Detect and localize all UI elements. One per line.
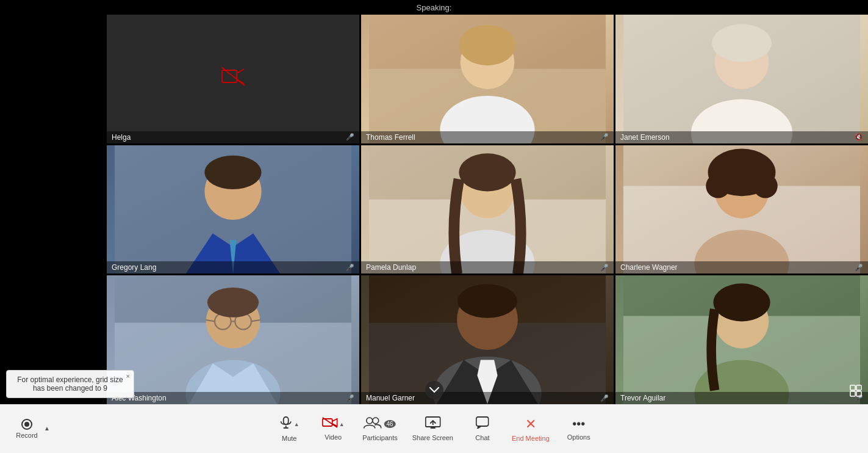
video-cell-charlene: Charlene Wagner 🎤	[615, 145, 868, 274]
svg-rect-64	[476, 417, 489, 426]
video-grid: Helga 🎤	[107, 15, 868, 404]
participant-label-charlene: Charlene Wagner 🎤	[615, 261, 868, 274]
participant-video-thomas	[361, 15, 614, 143]
video-cell-alec: Alec Washington 🎤	[107, 275, 359, 404]
camera-off-icon	[221, 67, 245, 91]
record-caret[interactable]: ▲	[44, 425, 50, 433]
svg-point-28	[753, 173, 778, 198]
share-screen-label: Share Screen	[412, 434, 453, 441]
record-dot	[24, 422, 29, 427]
notification-close-btn[interactable]: ×	[126, 372, 130, 380]
mute-caret[interactable]: ▲	[294, 421, 299, 427]
participant-video-pamela	[361, 145, 614, 274]
chat-icon	[476, 416, 489, 432]
video-cell-trevor: Trevor Aguilar 🎤	[615, 275, 868, 404]
scroll-down-button[interactable]	[425, 381, 443, 399]
video-cell-janet: Janet Emerson 🔇	[615, 15, 868, 143]
mic-icon-pamela: 🎤	[600, 264, 609, 272]
mic-icon-helga: 🎤	[346, 133, 354, 141]
options-label: Options	[567, 433, 590, 441]
mic-icon-gregory: 🎤	[346, 264, 354, 272]
participant-label-pamela: Pamela Dunlap 🎤	[361, 261, 614, 274]
svg-line-1	[238, 69, 244, 73]
share-screen-icon-area	[425, 416, 440, 432]
video-cell-gregory: Gregory Lang 🎤	[107, 145, 359, 274]
participant-name-thomas: Thomas Ferrell	[366, 133, 415, 142]
notification-box: × For optimal experience, grid size has …	[6, 370, 134, 398]
share-screen-button[interactable]: Share Screen	[412, 416, 453, 441]
video-icon	[322, 417, 338, 431]
svg-rect-0	[222, 70, 237, 82]
chat-icon-area	[476, 416, 489, 432]
mic-icon-thomas: 🎤	[600, 133, 609, 141]
left-sidebar	[0, 15, 107, 404]
video-caret[interactable]: ▲	[339, 421, 345, 427]
notification-message: For optimal experience, grid size has be…	[17, 375, 123, 393]
participant-label-manuel: Manuel Garner 🎤	[361, 392, 614, 404]
svg-rect-51	[850, 391, 855, 396]
participant-label-alec: Alec Washington 🎤	[107, 392, 359, 404]
toolbar-left: Record ▲	[12, 419, 50, 439]
video-cell-thomas: Thomas Ferrell 🎤	[361, 15, 614, 143]
video-icon-area: ▲	[322, 417, 345, 431]
participants-label: Participants	[362, 434, 397, 441]
mic-icon-alec: 🎤	[346, 394, 354, 402]
participant-video-trevor	[615, 275, 868, 404]
svg-point-21	[459, 153, 515, 191]
participant-name-manuel: Manuel Garner	[366, 394, 415, 402]
svg-point-38	[207, 288, 259, 317]
participant-name-gregory: Gregory Lang	[112, 263, 156, 272]
participant-name-charlene: Charlene Wagner	[620, 263, 678, 272]
svg-point-59	[372, 418, 378, 424]
svg-point-58	[366, 418, 372, 424]
participant-name-pamela: Pamela Dunlap	[366, 263, 416, 272]
video-cell-manuel: Manuel Garner 🎤	[361, 275, 614, 404]
participant-name-trevor: Trevor Aguilar	[620, 394, 665, 402]
record-button[interactable]: Record	[12, 419, 41, 439]
participant-video-charlene	[615, 145, 868, 274]
mute-icon-area: ▲	[279, 416, 299, 432]
speaking-label: Speaking:	[417, 3, 452, 12]
participant-name-janet: Janet Emerson	[620, 133, 670, 142]
svg-point-43	[457, 284, 517, 318]
mute-label: Mute	[282, 435, 296, 442]
participants-icon-area: 46	[363, 416, 396, 432]
svg-rect-50	[856, 385, 861, 390]
record-label: Record	[16, 432, 37, 439]
participant-label-janet: Janet Emerson 🔇	[615, 131, 868, 143]
svg-point-12	[712, 24, 772, 62]
svg-rect-52	[856, 391, 861, 396]
video-label: Video	[325, 433, 342, 441]
participants-button[interactable]: 46 Participants	[362, 416, 397, 441]
video-button[interactable]: ▲ Video	[318, 417, 348, 441]
top-bar: Speaking:	[0, 0, 868, 15]
chat-label: Chat	[475, 434, 489, 441]
mute-icon	[279, 416, 293, 432]
toolbar-center: ▲ Mute ▲ Video	[274, 416, 594, 442]
participants-badge: 46	[384, 420, 395, 428]
mute-button[interactable]: ▲ Mute	[274, 416, 304, 442]
options-icon-area: •••	[572, 417, 585, 431]
end-meeting-label: End Meeting	[512, 435, 550, 442]
mic-icon-charlene: 🎤	[855, 264, 863, 272]
chat-button[interactable]: Chat	[468, 416, 497, 441]
record-icon	[21, 419, 32, 430]
end-meeting-button[interactable]: ✕ End Meeting	[512, 416, 550, 442]
participant-video-janet	[615, 15, 868, 143]
participant-video-gregory	[107, 145, 359, 274]
participant-video-manuel	[361, 275, 614, 404]
participant-label-thomas: Thomas Ferrell 🎤	[361, 131, 614, 143]
svg-point-16	[204, 155, 261, 189]
svg-point-27	[706, 173, 730, 198]
participant-label-helga: Helga 🎤	[107, 131, 359, 143]
end-meeting-icon: ✕	[525, 416, 536, 432]
svg-rect-53	[284, 417, 289, 424]
toolbar: Record ▲ ▲ Mute	[0, 404, 868, 453]
resize-icon[interactable]	[850, 385, 862, 399]
share-screen-icon	[425, 416, 440, 432]
participant-label-gregory: Gregory Lang 🎤	[107, 261, 359, 274]
options-icon: •••	[572, 417, 585, 431]
svg-point-48	[713, 284, 770, 322]
participant-video-alec	[107, 275, 359, 404]
options-button[interactable]: ••• Options	[564, 417, 594, 441]
